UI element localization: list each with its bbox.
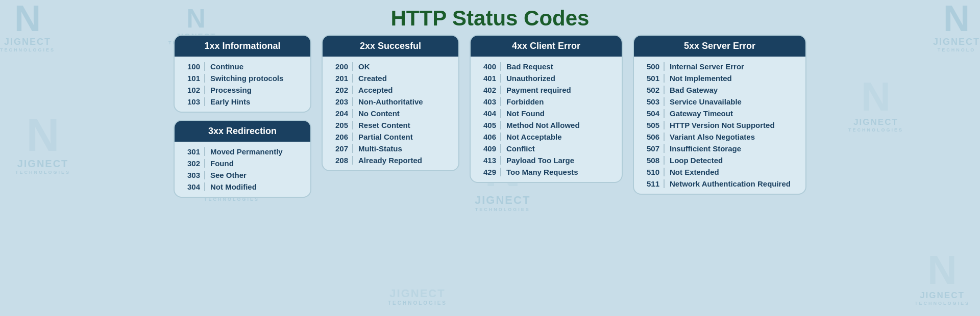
status-desc: Variant Also Negotiates bbox=[665, 133, 755, 141]
status-desc: Bad Request bbox=[501, 62, 553, 71]
watermark-btm-center: JIGNECT TECHNOLOGIES bbox=[388, 287, 447, 306]
status-desc: Not Found bbox=[501, 109, 545, 118]
status-desc: Not Acceptable bbox=[501, 133, 562, 141]
status-desc: HTTP Version Not Supported bbox=[665, 121, 775, 129]
table-row: 503 Service Unavailable bbox=[639, 96, 800, 108]
table-row: 401 Unauthorized bbox=[476, 72, 617, 84]
status-desc: Non-Authoritative bbox=[353, 97, 423, 106]
status-code: 103 bbox=[182, 97, 205, 106]
card-1xx-body: 100 Continue 101 Switching protocols 102… bbox=[175, 57, 310, 112]
table-row: 207 Multi-Status bbox=[328, 143, 453, 154]
status-desc: Moved Permanently bbox=[205, 147, 283, 156]
status-code: 207 bbox=[330, 144, 353, 153]
card-3xx-header: 3xx Redirection bbox=[175, 121, 310, 142]
status-desc: No Content bbox=[353, 109, 400, 118]
card-4xx-body: 400 Bad Request 401 Unauthorized 402 Pay… bbox=[471, 57, 622, 182]
status-desc: Reset Content bbox=[353, 121, 410, 129]
table-row: 404 Not Found bbox=[476, 108, 617, 119]
card-5xx-header: 5xx Server Error bbox=[634, 36, 805, 57]
status-desc: Network Authentication Required bbox=[665, 179, 791, 188]
table-row: 508 Loop Detected bbox=[639, 154, 800, 166]
table-row: 203 Non-Authoritative bbox=[328, 96, 453, 108]
status-code: 302 bbox=[182, 159, 205, 168]
table-row: 506 Variant Also Negotiates bbox=[639, 131, 800, 143]
status-code: 501 bbox=[641, 74, 665, 83]
status-code: 206 bbox=[330, 133, 353, 141]
status-desc: Early Hints bbox=[205, 97, 250, 106]
status-code: 102 bbox=[182, 86, 205, 94]
table-row: 208 Already Reported bbox=[328, 154, 453, 166]
status-desc: Bad Gateway bbox=[665, 86, 718, 94]
status-desc: Already Reported bbox=[353, 156, 422, 165]
status-code: 200 bbox=[330, 62, 353, 71]
table-row: 501 Not Implemented bbox=[639, 72, 800, 84]
status-code: 202 bbox=[330, 86, 353, 94]
status-code: 404 bbox=[478, 109, 501, 118]
table-row: 302 Found bbox=[180, 157, 305, 169]
status-desc: Switching protocols bbox=[205, 74, 283, 83]
status-desc: Accepted bbox=[353, 86, 393, 94]
status-desc: Service Unavailable bbox=[665, 97, 742, 106]
card-1xx: 1xx Informational 100 Continue 101 Switc… bbox=[174, 35, 311, 113]
status-desc: See Other bbox=[205, 171, 247, 179]
status-desc: Gateway Timeout bbox=[665, 109, 733, 118]
status-code: 205 bbox=[330, 121, 353, 129]
status-code: 208 bbox=[330, 156, 353, 165]
status-desc: Created bbox=[353, 74, 387, 83]
card-3xx-body: 301 Moved Permanently 302 Found 303 See … bbox=[175, 142, 310, 197]
status-desc: Not Extended bbox=[665, 168, 719, 176]
status-code: 101 bbox=[182, 74, 205, 83]
status-code: 508 bbox=[641, 156, 665, 165]
table-row: 403 Forbidden bbox=[476, 96, 617, 108]
status-desc: Loop Detected bbox=[665, 156, 723, 165]
table-row: 206 Partial Content bbox=[328, 131, 453, 143]
column-1xx-3xx: 1xx Informational 100 Continue 101 Switc… bbox=[174, 35, 311, 198]
status-code: 402 bbox=[478, 86, 501, 94]
status-desc: Partial Content bbox=[353, 133, 413, 141]
status-desc: Internal Server Error bbox=[665, 62, 744, 71]
table-row: 202 Accepted bbox=[328, 84, 453, 96]
table-row: 303 See Other bbox=[180, 169, 305, 181]
table-row: 301 Moved Permanently bbox=[180, 146, 305, 157]
status-code: 405 bbox=[478, 121, 501, 129]
card-5xx: 5xx Server Error 500 Internal Server Err… bbox=[633, 35, 806, 195]
card-4xx: 4xx Client Error 400 Bad Request 401 Una… bbox=[470, 35, 623, 183]
status-desc: Not Modified bbox=[205, 182, 257, 191]
card-5xx-body: 500 Internal Server Error 501 Not Implem… bbox=[634, 57, 805, 194]
status-code: 203 bbox=[330, 97, 353, 106]
status-code: 504 bbox=[641, 109, 665, 118]
status-desc: Multi-Status bbox=[353, 144, 402, 153]
status-code: 100 bbox=[182, 62, 205, 71]
table-row: 505 HTTP Version Not Supported bbox=[639, 119, 800, 131]
card-4xx-header: 4xx Client Error bbox=[471, 36, 622, 57]
status-desc: Conflict bbox=[501, 144, 535, 153]
status-code: 403 bbox=[478, 97, 501, 106]
status-code: 400 bbox=[478, 62, 501, 71]
page-title: HTTP Status Codes bbox=[0, 0, 980, 35]
table-row: 409 Conflict bbox=[476, 143, 617, 154]
table-row: 200 OK bbox=[328, 61, 453, 72]
table-row: 204 No Content bbox=[328, 108, 453, 119]
status-desc: OK bbox=[353, 62, 370, 71]
table-row: 201 Created bbox=[328, 72, 453, 84]
status-code: 201 bbox=[330, 74, 353, 83]
status-code: 429 bbox=[478, 168, 501, 176]
table-row: 102 Processing bbox=[180, 84, 305, 96]
status-desc: Too Many Requests bbox=[501, 168, 578, 176]
status-code: 503 bbox=[641, 97, 665, 106]
status-desc: Payment required bbox=[501, 86, 571, 94]
card-3xx: 3xx Redirection 301 Moved Permanently 30… bbox=[174, 120, 311, 198]
status-code: 406 bbox=[478, 133, 501, 141]
table-row: 205 Reset Content bbox=[328, 119, 453, 131]
status-desc: Payload Too Large bbox=[501, 156, 574, 165]
card-2xx: 2xx Succesful 200 OK 201 Created 202 Acc… bbox=[322, 35, 459, 171]
status-desc: Method Not Allowed bbox=[501, 121, 580, 129]
watermark-btm-right: N JIGNECT TECHNOLOGIES bbox=[915, 250, 970, 306]
status-code: 303 bbox=[182, 171, 205, 179]
status-desc: Found bbox=[205, 159, 234, 168]
table-row: 103 Early Hints bbox=[180, 96, 305, 108]
status-code: 511 bbox=[641, 179, 665, 188]
table-row: 429 Too Many Requests bbox=[476, 166, 617, 178]
status-desc: Insufficient Storage bbox=[665, 144, 741, 153]
status-desc: Not Implemented bbox=[665, 74, 732, 83]
